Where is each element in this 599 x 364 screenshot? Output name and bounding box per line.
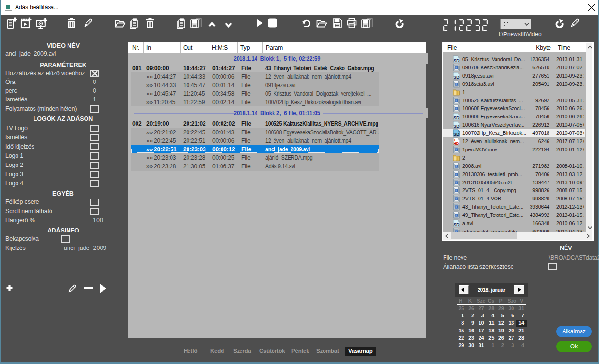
svg-text:HD: HD xyxy=(453,141,459,146)
svg-text:SD: SD xyxy=(453,132,460,137)
svg-text:SD: SD xyxy=(453,222,460,227)
svg-text:SD: SD xyxy=(453,74,460,79)
svg-text:SD: SD xyxy=(453,58,460,63)
svg-text:SD: SD xyxy=(453,124,460,129)
svg-text:SD: SD xyxy=(453,116,460,120)
